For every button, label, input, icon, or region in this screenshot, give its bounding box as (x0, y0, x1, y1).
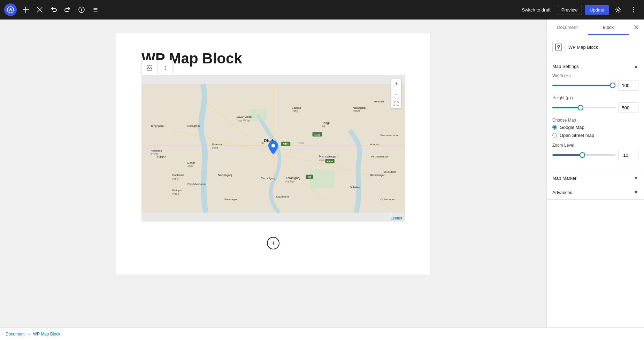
height-number-input[interactable] (618, 102, 638, 113)
svg-point-11 (164, 69, 166, 70)
undo-button[interactable] (47, 3, 60, 16)
height-range[interactable] (552, 107, 615, 108)
svg-text:Faridpur: Faridpur (172, 189, 183, 192)
page-title[interactable]: WP Map Block (141, 50, 405, 67)
svg-text:Dohar: Dohar (187, 161, 195, 164)
svg-point-4 (633, 7, 634, 8)
width-range[interactable] (552, 85, 615, 86)
toolbar-right: Switch to draft Preview Update (518, 3, 640, 16)
google-map-option[interactable]: Google Map (552, 125, 638, 130)
map-marker-header[interactable]: Map Marker ▼ (547, 171, 644, 185)
add-block-toolbar-button[interactable] (20, 3, 32, 16)
open-street-label: Open Street map (560, 133, 594, 138)
svg-rect-7 (147, 65, 152, 70)
height-label: Height (px) (552, 95, 638, 100)
block-info: WP Map Block (547, 35, 644, 59)
svg-rect-18 (249, 109, 267, 121)
svg-text:Dhamrai: Dhamrai (212, 143, 222, 146)
more-options-button[interactable] (627, 3, 640, 16)
svg-point-3 (618, 9, 619, 11)
switch-to-draft-button[interactable]: Switch to draft (518, 5, 554, 15)
svg-text:Nagarpur: Nagarpur (151, 149, 162, 152)
advanced-chevron: ▼ (634, 190, 638, 195)
breadcrumb-doc[interactable]: Document (6, 332, 25, 337)
width-field: Width (%) (552, 73, 638, 91)
map-container[interactable]: N2 R302 Dhaka ঢাকা Narayanganj নারায়ণগঞ… (141, 75, 405, 222)
svg-text:R302: R302 (298, 141, 304, 145)
map-marker-title: Map Marker (552, 176, 576, 181)
svg-text:Tengripara: Tengripara (151, 124, 164, 128)
map-settings-panel: Map Settings ▲ Width (%) Height (px) (547, 59, 644, 171)
map-attribution: Leaflet (391, 216, 402, 220)
open-street-option[interactable]: Open Street map (552, 133, 638, 138)
map-controls: + − ⛶ (391, 79, 401, 109)
svg-text:Keraniganj: Keraniganj (285, 176, 300, 180)
settings-button[interactable] (612, 3, 624, 16)
redo-button[interactable] (61, 3, 74, 16)
svg-text:Muradnagar: Muradnagar (370, 173, 385, 177)
svg-text:N8: N8 (308, 176, 311, 178)
sidebar-close-button[interactable] (629, 20, 644, 35)
zoom-range[interactable] (552, 154, 615, 156)
svg-text:Munshiganj: Munshiganj (261, 177, 275, 180)
height-field: Height (px) (552, 95, 638, 113)
breadcrumb-arrow: → (27, 332, 31, 337)
svg-text:Sujapur: Sujapur (157, 155, 167, 158)
preview-button[interactable]: Preview (557, 5, 582, 15)
svg-point-8 (148, 67, 149, 68)
map-settings-header[interactable]: Map Settings ▲ (547, 59, 644, 73)
fullscreen-button[interactable]: ⛶ (391, 99, 401, 108)
svg-text:সাভার ইউনিয়ন: সাভার ইউনিয়ন (237, 119, 250, 122)
svg-text:Narsinghdi: Narsinghdi (353, 106, 366, 109)
zoom-in-button[interactable]: + (391, 79, 401, 89)
zoom-field: Zoom Level (552, 143, 638, 160)
open-street-radio[interactable] (552, 133, 557, 138)
svg-text:টঙ্গী: টঙ্গী (322, 125, 325, 128)
svg-text:নাগরপুর: নাগরপুর (151, 153, 158, 156)
block-toolbar (141, 60, 173, 76)
svg-text:Debidwar: Debidwar (350, 186, 362, 189)
info-button[interactable] (75, 3, 88, 16)
leaflet-link[interactable]: Leaflet (391, 216, 402, 220)
map-settings-title: Map Settings (552, 64, 579, 69)
svg-text:Charbhadrasan: Charbhadrasan (187, 183, 207, 186)
svg-text:Nawabganj: Nawabganj (218, 173, 232, 177)
google-map-radio[interactable] (552, 125, 557, 130)
svg-point-9 (164, 66, 166, 67)
tab-block[interactable]: Block (588, 20, 629, 35)
advanced-header[interactable]: Advanced ▼ (547, 185, 644, 199)
svg-point-70 (271, 144, 275, 148)
map-block-container: N2 R302 Dhaka ঢাকা Narayanganj নারায়ণগঞ… (141, 75, 405, 222)
svg-text:R810: R810 (327, 160, 333, 163)
svg-point-5 (633, 9, 634, 10)
svg-text:Bhairab: Bhairab (374, 100, 384, 103)
breadcrumb-block[interactable]: WP Map Block (33, 332, 60, 337)
map-settings-body: Width (%) Height (px) Choose Map (547, 73, 644, 171)
width-label: Width (%) (552, 73, 638, 78)
svg-text:Sreenagar: Sreenagar (224, 198, 237, 201)
svg-text:N105: N105 (314, 133, 320, 136)
width-number-input[interactable] (618, 80, 638, 91)
sidebar: Document Block WP Map Block Map Settings… (546, 20, 644, 327)
svg-rect-71 (555, 44, 562, 50)
tab-document[interactable]: Document (547, 20, 588, 35)
tools-button[interactable] (33, 3, 46, 16)
svg-text:Narayanganj: Narayanganj (319, 154, 338, 158)
svg-text:Yousufpur: Yousufpur (383, 170, 396, 173)
add-block-button[interactable]: + (267, 237, 279, 249)
svg-text:Pir Kashimpur: Pir Kashimpur (371, 155, 389, 158)
block-toolbar-icon-button[interactable] (142, 60, 157, 76)
svg-text:Brahmanbaria: Brahmanbaria (381, 134, 398, 137)
svg-text:ফরিদপুর: ফরিদপুর (172, 193, 179, 196)
svg-point-10 (164, 68, 166, 69)
svg-text:Goalanda: Goalanda (172, 173, 184, 177)
zoom-out-button[interactable]: − (391, 89, 401, 99)
svg-text:N501: N501 (283, 143, 289, 145)
map-settings-chevron: ▲ (634, 63, 638, 69)
zoom-number-input[interactable] (618, 150, 638, 160)
map-type-radio-group: Google Map Open Street map (552, 125, 638, 138)
update-button[interactable]: Update (585, 5, 609, 15)
block-toolbar-more-button[interactable] (157, 60, 172, 76)
list-view-button[interactable] (89, 3, 102, 16)
advanced-title: Advanced (552, 190, 573, 195)
